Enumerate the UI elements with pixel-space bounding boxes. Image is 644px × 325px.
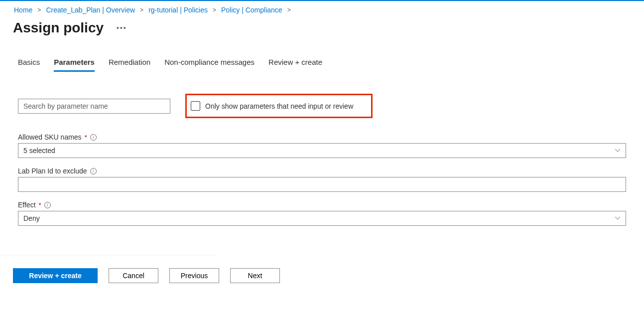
breadcrumb: Home > Create_Lab_Plan | Overview > rg-t… [0, 1, 644, 16]
effect-select[interactable]: Deny [18, 211, 626, 226]
filter-checkbox-highlight: Only show parameters that need input or … [185, 94, 373, 118]
select-value: 5 selected [23, 147, 55, 155]
labplan-exclude-input[interactable] [18, 177, 626, 192]
review-create-button[interactable]: Review + create [13, 268, 98, 283]
tab-noncompliance[interactable]: Non-compliance messages [164, 58, 255, 72]
field-label-row: Effect * i [18, 201, 626, 209]
select-value: Deny [23, 214, 40, 222]
tab-basics[interactable]: Basics [18, 58, 40, 72]
chevron-down-icon [615, 147, 621, 154]
search-input[interactable] [18, 99, 170, 114]
info-icon[interactable]: i [90, 168, 97, 174]
field-effect: Effect * i Deny [18, 201, 626, 226]
field-label-row: Allowed SKU names * i [18, 133, 626, 141]
required-indicator: * [85, 134, 87, 141]
field-label: Effect [18, 201, 36, 209]
page-title-row: Assign policy ••• [0, 16, 644, 46]
page-title: Assign policy [13, 20, 104, 36]
tabs: Basics Parameters Remediation Non-compli… [0, 46, 644, 72]
info-icon[interactable]: i [90, 134, 97, 141]
content-area: Only show parameters that need input or … [0, 72, 644, 245]
chevron-right-icon: > [213, 6, 216, 13]
field-label: Lab Plan Id to exclude [18, 167, 87, 175]
filter-checkbox-label: Only show parameters that need input or … [205, 102, 353, 110]
cancel-button[interactable]: Cancel [109, 268, 158, 283]
previous-button[interactable]: Previous [169, 268, 219, 283]
filter-checkbox[interactable] [191, 101, 200, 111]
next-button[interactable]: Next [230, 268, 280, 283]
chevron-right-icon: > [140, 6, 143, 13]
info-icon[interactable]: i [44, 202, 51, 208]
tab-remediation[interactable]: Remediation [109, 58, 150, 72]
more-actions-button[interactable]: ••• [117, 24, 127, 32]
chevron-right-icon: > [37, 6, 41, 13]
field-label-row: Lab Plan Id to exclude i [18, 167, 626, 175]
field-allowed-sku: Allowed SKU names * i 5 selected [18, 133, 626, 158]
breadcrumb-link-labplan[interactable]: Create_Lab_Plan | Overview [46, 6, 135, 14]
field-label: Allowed SKU names [18, 133, 82, 141]
required-indicator: * [39, 201, 41, 209]
chevron-right-icon: > [287, 6, 291, 13]
breadcrumb-link-home[interactable]: Home [14, 6, 32, 14]
field-labplan-exclude: Lab Plan Id to exclude i [18, 167, 626, 192]
footer: Review + create Cancel Previous Next [0, 255, 644, 296]
chevron-down-icon [615, 215, 621, 222]
allowed-sku-select[interactable]: 5 selected [18, 143, 626, 158]
filter-row: Only show parameters that need input or … [18, 94, 626, 118]
tab-review-create[interactable]: Review + create [268, 58, 322, 72]
breadcrumb-link-rgtutorial[interactable]: rg-tutorial | Policies [148, 6, 208, 14]
tab-parameters[interactable]: Parameters [54, 58, 95, 72]
breadcrumb-link-policycompliance[interactable]: Policy | Compliance [221, 6, 282, 14]
